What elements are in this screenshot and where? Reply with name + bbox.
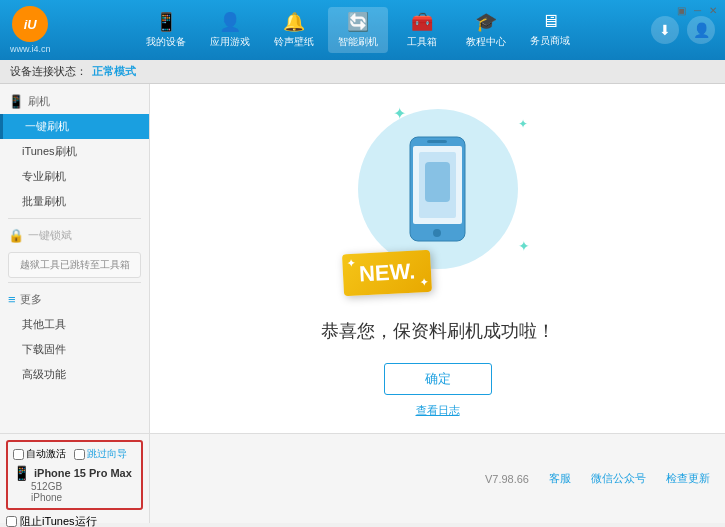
auto-activate-checkbox[interactable]: [13, 449, 24, 460]
sidebar: 📱 刷机 一键刷机 iTunes刷机 专业刷机 批量刷机 🔒 一键锁斌 越狱工具…: [0, 84, 150, 433]
sidebar-section-more-header: ≡ 更多: [0, 287, 149, 312]
nav-tutorial[interactable]: 🎓 教程中心: [456, 7, 516, 53]
nav-apps-games-label: 应用游戏: [210, 35, 250, 49]
nav-my-device[interactable]: 📱 我的设备: [136, 7, 196, 53]
nav-my-device-label: 我的设备: [146, 35, 186, 49]
nav-ringtone-label: 铃声壁纸: [274, 35, 314, 49]
nav-toolbox[interactable]: 🧰 工具箱: [392, 7, 452, 53]
more-section-icon: ≡: [8, 292, 16, 307]
sidebar-item-one-key-flash[interactable]: 一键刷机: [0, 114, 149, 139]
svg-rect-2: [427, 140, 447, 143]
device-name-row: 📱 iPhone 15 Pro Max: [13, 465, 136, 481]
flash-section-icon: 📱: [8, 94, 24, 109]
sidebar-item-batch-flash[interactable]: 批量刷机: [0, 189, 149, 214]
app-logo: iU www.i4.cn: [10, 6, 51, 54]
toolbox-icon: 🧰: [411, 11, 433, 33]
bottom-inner: 自动激活 跳过向导 📱 iPhone 15 Pro Max 512GB iPho…: [0, 434, 725, 523]
download-button[interactable]: ⬇: [651, 16, 679, 44]
bottom-right-bar: V7.98.66 客服 微信公众号 检查更新: [150, 434, 725, 523]
device-type: iPhone: [13, 492, 136, 503]
tutorial-icon: 🎓: [475, 11, 497, 33]
nav-ringtone[interactable]: 🔔 铃声壁纸: [264, 7, 324, 53]
device-phone-icon: 📱: [13, 465, 30, 481]
device-storage: 512GB: [13, 481, 136, 492]
success-message: 恭喜您，保资料刷机成功啦！: [321, 319, 555, 343]
guided-export-checkbox[interactable]: [74, 449, 85, 460]
nav-smart-flash-label: 智能刷机: [338, 35, 378, 49]
sidebar-divider-2: [8, 282, 141, 283]
window-controls: ▣ ─ ✕: [677, 5, 717, 16]
nav-toolbox-label: 工具箱: [407, 35, 437, 49]
status-value: 正常模式: [92, 64, 136, 79]
main-nav: 📱 我的设备 👤 应用游戏 🔔 铃声壁纸 🔄 智能刷机 🧰 工具箱 🎓: [66, 7, 651, 53]
account-button[interactable]: 👤: [687, 16, 715, 44]
status-label: 设备连接状态：: [10, 64, 87, 79]
phone-circle: [358, 109, 518, 269]
check-update-link[interactable]: 检查更新: [666, 471, 710, 486]
guided-export-label[interactable]: 跳过向导: [74, 447, 127, 461]
customer-service-link[interactable]: 客服: [549, 471, 571, 486]
nav-tutorial-label: 教程中心: [466, 35, 506, 49]
sidebar-item-other-tools[interactable]: 其他工具: [0, 312, 149, 337]
logo-subtext: www.i4.cn: [10, 44, 51, 54]
sidebar-section-restore-header: 🔒 一键锁斌: [0, 223, 149, 248]
itunes-checkbox[interactable]: [6, 516, 17, 527]
sparkle-1-icon: ✦: [393, 104, 406, 123]
my-device-icon: 📱: [155, 11, 177, 33]
main-content: ✦ NEW. ✦ ✦ ✦ ✦ 恭喜您，保资料刷机成功啦！ 确定 查看日志: [150, 84, 725, 433]
svg-rect-5: [425, 162, 450, 202]
sparkle-2-icon: ✦: [518, 117, 528, 131]
new-badge: ✦ NEW. ✦: [341, 250, 431, 297]
sidebar-divider-1: [8, 218, 141, 219]
sidebar-section-more: ≡ 更多 其他工具 下载固件 高级功能: [0, 287, 149, 387]
header-right: ⬇ 👤: [651, 16, 715, 44]
checkbox-row: 自动激活 跳过向导: [13, 447, 136, 461]
ringtone-icon: 🔔: [283, 11, 305, 33]
phone-illustration: [405, 134, 470, 244]
success-illustration: ✦ NEW. ✦ ✦ ✦ ✦: [338, 99, 538, 299]
bottom-area: 自动激活 跳过向导 📱 iPhone 15 Pro Max 512GB iPho…: [0, 433, 725, 523]
device-name: iPhone 15 Pro Max: [34, 467, 132, 479]
sidebar-section-flash: 📱 刷机 一键刷机 iTunes刷机 专业刷机 批量刷机: [0, 89, 149, 214]
device-box: 自动激活 跳过向导 📱 iPhone 15 Pro Max 512GB iPho…: [6, 440, 143, 510]
app-header: iU www.i4.cn 📱 我的设备 👤 应用游戏 🔔 铃声壁纸 🔄 智能刷机: [0, 0, 725, 60]
sidebar-item-advanced[interactable]: 高级功能: [0, 362, 149, 387]
sidebar-item-pro-flash[interactable]: 专业刷机: [0, 164, 149, 189]
nav-service-label: 务员商域: [530, 34, 570, 48]
itunes-label[interactable]: 阻止iTunes运行: [6, 514, 143, 527]
svg-point-3: [433, 229, 441, 237]
logo-icon: iU: [12, 6, 48, 42]
restore-notice: 越狱工具已跳转至工具箱: [8, 252, 141, 278]
sparkle-3-icon: ✦: [518, 238, 530, 254]
nav-smart-flash[interactable]: 🔄 智能刷机: [328, 7, 388, 53]
wechat-link[interactable]: 微信公众号: [591, 471, 646, 486]
version-label: V7.98.66: [485, 473, 529, 485]
auto-activate-label[interactable]: 自动激活: [13, 447, 66, 461]
nav-apps-games[interactable]: 👤 应用游戏: [200, 7, 260, 53]
sidebar-section-flash-header: 📱 刷机: [0, 89, 149, 114]
confirm-button[interactable]: 确定: [384, 363, 492, 395]
device-sidebar-section: 自动激活 跳过向导 📱 iPhone 15 Pro Max 512GB iPho…: [0, 434, 150, 523]
status-bar: 设备连接状态： 正常模式: [0, 60, 725, 84]
nav-service[interactable]: 🖥 务员商域: [520, 7, 580, 53]
smart-flash-icon: 🔄: [347, 11, 369, 33]
sidebar-item-download-firmware[interactable]: 下载固件: [0, 337, 149, 362]
apps-games-icon: 👤: [219, 11, 241, 33]
log-link[interactable]: 查看日志: [416, 403, 460, 418]
sidebar-section-restore: 🔒 一键锁斌 越狱工具已跳转至工具箱: [0, 223, 149, 278]
service-icon: 🖥: [541, 11, 559, 32]
main-area: 📱 刷机 一键刷机 iTunes刷机 专业刷机 批量刷机 🔒 一键锁斌 越狱工具…: [0, 84, 725, 433]
sidebar-item-itunes-flash[interactable]: iTunes刷机: [0, 139, 149, 164]
restore-section-icon: 🔒: [8, 228, 24, 243]
